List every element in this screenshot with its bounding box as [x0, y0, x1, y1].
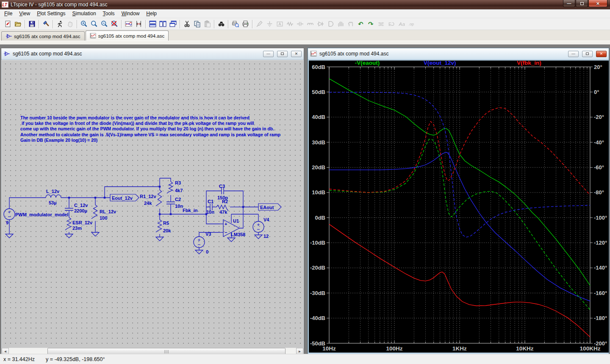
toolbar-find-button[interactable]	[216, 19, 226, 29]
menu-help[interactable]: Help	[143, 9, 160, 18]
toolbar-tile-vertical-button[interactable]	[158, 19, 168, 29]
schematic-canvas[interactable]: The number 10 beside the pwm modulator i…	[2, 60, 303, 347]
menu-plot-settings[interactable]: Plot Settings	[33, 9, 69, 18]
db-axis-label: 10dB	[312, 189, 325, 196]
db-axis-label: 0dB	[315, 215, 325, 221]
plot-close-button[interactable]: ✕	[596, 51, 607, 57]
toolbar-place-ground-button	[264, 19, 274, 29]
toolbar-separator	[53, 20, 53, 28]
toolbar-zoom-in-button[interactable]	[79, 19, 89, 29]
db-axis-label: 30dB	[312, 139, 325, 146]
toolbar-zoom-full-extents-button[interactable]	[109, 19, 119, 29]
toolbar-separator	[214, 20, 214, 28]
schematic-close-button[interactable]: ✕	[291, 51, 302, 57]
toolbar-undo-button[interactable]: ↶	[356, 19, 366, 29]
restore-button[interactable]	[576, 0, 588, 7]
toolbar-save-button[interactable]	[27, 19, 37, 29]
toolbar-control-panel-button[interactable]	[41, 19, 51, 29]
component-label: V4	[263, 217, 269, 222]
tab-label: sg6105 atx comp mod 494.asc	[14, 34, 80, 39]
toolbar-place-inductor-button	[305, 19, 315, 29]
component-label: C1	[208, 199, 214, 204]
menu-simulation[interactable]: Simulation	[69, 9, 100, 18]
menu-tools[interactable]: Tools	[100, 9, 118, 18]
db-axis-label: 60dB	[312, 64, 325, 70]
tab-waveform[interactable]: sg6105 atx comp mod 494.asc	[86, 30, 169, 41]
schematic-window-titlebar[interactable]: sg6105 atx comp mod 494.asc — ✕	[1, 48, 304, 60]
schematic-restore-button[interactable]	[277, 51, 288, 57]
toolbar-zoom-out-button[interactable]	[99, 19, 109, 29]
component-label: Eout_12v	[112, 196, 133, 201]
toolbar-separator	[228, 20, 228, 28]
legend-eaout-gain[interactable]: -V(eaout)	[355, 61, 380, 66]
toolbar-separator	[39, 20, 39, 28]
plot-minimize-button[interactable]: —	[568, 51, 579, 57]
svg-text:.op: .op	[408, 22, 414, 26]
component-label: R5	[163, 221, 169, 226]
toolbar-zoom-back-button[interactable]	[89, 19, 99, 29]
toolbar-cascade-windows-button[interactable]	[168, 19, 178, 29]
component-label: R3	[175, 180, 181, 185]
toolbar-redo-button[interactable]: ↷	[366, 19, 376, 29]
toolbar-print-button[interactable]	[240, 19, 250, 29]
window-title: LTspice IV - sg6105 atx comp mod 494.asc	[11, 2, 108, 8]
svg-text:E: E	[388, 22, 391, 27]
toolbar-place-resistor-button	[285, 19, 295, 29]
bode-plot[interactable]: 60dB50dB40dB30dB20dB10dB0dB-10dB-20dB-30…	[309, 61, 609, 353]
toolbar-open-file-button[interactable]	[13, 19, 23, 29]
toolbar-drag-button	[346, 19, 356, 29]
toolbar-place-text-button: Aa	[396, 19, 407, 29]
toolbar: ↶↷ƎEEAa.op	[0, 18, 610, 30]
svg-text:Aa: Aa	[398, 21, 405, 27]
toolbar-halt-button	[65, 19, 75, 29]
toolbar-cut-button[interactable]	[182, 19, 192, 29]
freq-axis-label: 10Hz	[322, 345, 336, 352]
component-label: R1_12v	[140, 194, 156, 199]
minimize-button[interactable]: —	[563, 0, 575, 7]
phase-axis-label: -120°	[594, 240, 607, 246]
schematic-minimize-button[interactable]: —	[263, 51, 274, 57]
toolbar-print-preview-button[interactable]	[230, 19, 240, 29]
component-label: L_12v	[46, 189, 60, 194]
svg-text:+: +	[225, 221, 227, 226]
close-button[interactable]: ✕	[588, 0, 607, 7]
menu-file[interactable]: File	[1, 9, 16, 18]
menu-view[interactable]: View	[16, 9, 33, 18]
toolbar-separator	[145, 20, 146, 28]
component-label: Fbk_in	[183, 208, 198, 213]
menu-window[interactable]: Window	[118, 9, 143, 18]
toolbar-run-button[interactable]	[55, 19, 65, 29]
phase-axis-label: 20°	[594, 64, 602, 70]
toolbar-manual-axis-limits-button[interactable]	[133, 19, 144, 29]
component-label: V3	[205, 232, 211, 237]
db-axis-label: -20dB	[310, 265, 325, 271]
legend-eout12v-gain[interactable]: V(eout_12v)	[424, 61, 456, 66]
component-label: C2	[175, 197, 181, 202]
ltspice-logo-icon: LT	[2, 1, 8, 8]
db-axis-label: 40dB	[312, 114, 325, 120]
toolbar-new-schematic-button[interactable]	[3, 19, 13, 29]
toolbar-copy-button[interactable]	[192, 19, 202, 29]
phase-axis-label: -60°	[594, 164, 604, 171]
toolbar-place-diode-button	[315, 19, 325, 29]
plot-restore-button[interactable]	[582, 51, 593, 57]
plot-window-titlebar[interactable]: sg6105 atx comp mod 494.asc — ✕	[308, 48, 609, 60]
db-axis-label: -10dB	[310, 240, 325, 246]
component-label: 23m	[72, 226, 82, 231]
phase-axis-label: -40°	[594, 139, 604, 146]
db-axis-label: -40dB	[310, 315, 325, 321]
ltspice-app: LT LTspice IV - sg6105 atx comp mod 494.…	[0, 0, 610, 364]
toolbar-spice-directive-button: .op	[407, 19, 417, 29]
tab-bar: sg6105 atx comp mod 494.ascsg6105 atx co…	[0, 30, 610, 41]
svg-text:LT: LT	[3, 2, 8, 7]
component-label: 0	[206, 249, 208, 254]
toolbar-tile-horizontal-button[interactable]	[147, 19, 158, 29]
toolbar-autorange-button[interactable]	[123, 19, 133, 29]
component-label: ESR_12v	[72, 220, 93, 225]
component-label: 20k	[163, 228, 171, 233]
svg-text:↷: ↷	[368, 20, 374, 28]
component-label: 24k	[144, 201, 152, 206]
tab-schematic[interactable]: sg6105 atx comp mod 494.asc	[1, 31, 85, 41]
legend-fbkin-gain[interactable]: V(fbk_in)	[517, 61, 541, 66]
phase-axis-label: -160°	[594, 290, 607, 296]
